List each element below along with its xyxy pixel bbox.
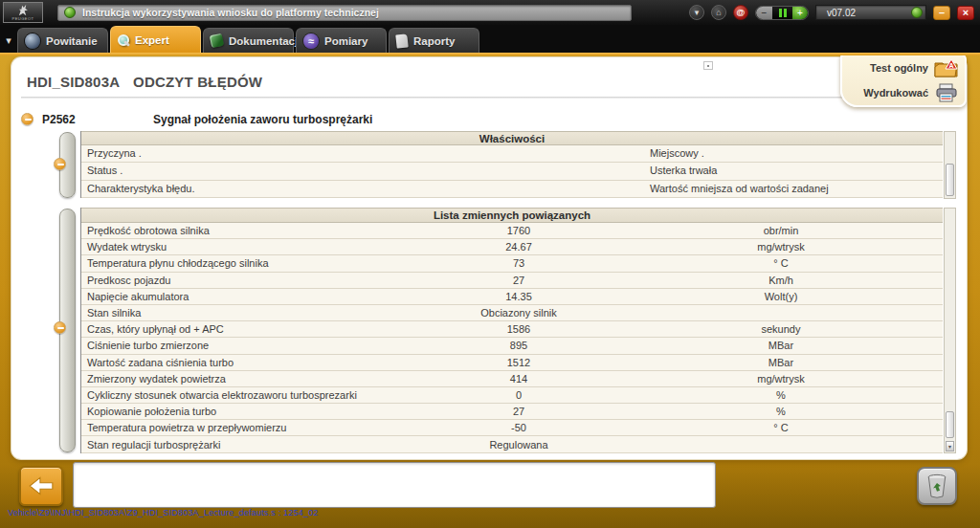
variable-label: Napięcie akumulatora bbox=[81, 291, 418, 302]
trash-button[interactable] bbox=[917, 467, 957, 505]
svg-text:A: A bbox=[948, 62, 953, 69]
tab-label: Dokumentacja bbox=[229, 35, 304, 47]
variable-row[interactable]: Kopiowanie położenia turbo 27 % bbox=[81, 404, 943, 420]
scroll-down-icon[interactable]: ▾ bbox=[946, 441, 954, 451]
property-row: Status . Usterka trwała bbox=[81, 163, 943, 180]
variable-row[interactable]: Wydatek wtrysku 24.67 mg/wtrysk bbox=[81, 239, 943, 255]
variable-label: Wydatek wtrysku bbox=[81, 241, 418, 253]
variable-row[interactable]: Wartość zadana ciśnienia turbo 1512 MBar bbox=[81, 355, 943, 371]
print-label: Wydrukować bbox=[863, 87, 928, 99]
tab-raporty[interactable]: Raporty bbox=[389, 28, 479, 53]
property-value: Wartość mniejsza od wartości zadanej bbox=[650, 181, 829, 197]
property-value: Miejscowy . bbox=[650, 145, 704, 162]
collapse-minus-icon[interactable] bbox=[21, 113, 33, 125]
tab-label: Powitanie bbox=[46, 35, 98, 47]
property-row: Przyczyna . Miejscowy . bbox=[81, 145, 943, 163]
variable-label: Ciśnienie turbo zmierzone bbox=[81, 340, 418, 351]
tab-pomiary[interactable]: ≈ Pomiary bbox=[296, 28, 387, 53]
variable-row[interactable]: Temperatura płynu chłodzącego silnika 73… bbox=[81, 255, 943, 272]
variables-scrollbar-thumb[interactable] bbox=[946, 411, 954, 438]
home-icon[interactable]: ⌂ bbox=[711, 5, 726, 20]
print-button[interactable]: Wydrukować bbox=[842, 80, 965, 105]
variable-value: 24.67 bbox=[418, 241, 619, 253]
fault-description: Sygnał położenia zaworu turbosprężarki bbox=[153, 113, 372, 126]
waveform-icon: ≈ bbox=[303, 33, 319, 49]
variable-row[interactable]: Stan regulacji turbosprężarki Regulowana bbox=[81, 436, 943, 452]
general-test-button[interactable]: Test ogólny A bbox=[842, 55, 965, 80]
general-test-label: Test ogólny bbox=[870, 62, 928, 74]
variable-unit: ° C bbox=[619, 257, 943, 269]
download-icon[interactable]: ▾ bbox=[689, 5, 704, 20]
page-title-text: ODCZYT BŁĘDÓW bbox=[133, 74, 262, 90]
minimize-button[interactable]: – bbox=[933, 6, 950, 20]
variable-row[interactable]: Napięcie akumulatora 14.35 Wolt(y) bbox=[81, 289, 943, 305]
properties-minus-icon[interactable] bbox=[54, 158, 66, 170]
variable-row[interactable]: Predkosc pojazdu 27 Km/h bbox=[81, 273, 943, 289]
variable-unit: mg/wtrysk bbox=[619, 373, 943, 385]
status-path: Vehicle\Z9\INJ\HDI_SID803A\Z9_HDI_SID803… bbox=[8, 508, 318, 517]
tab-expert[interactable]: Expert bbox=[110, 26, 201, 53]
variable-row[interactable]: Temperatura powietrza w przepływomierzu … bbox=[81, 420, 943, 436]
lion-icon bbox=[15, 4, 31, 16]
update-icon[interactable] bbox=[911, 7, 923, 18]
property-label: Przyczyna . bbox=[87, 145, 142, 162]
action-panel: Test ogólny A Wydrukować bbox=[840, 54, 967, 107]
volume-plus-icon[interactable]: + bbox=[792, 6, 808, 20]
tab-label: Expert bbox=[135, 34, 169, 46]
variable-value: 1512 bbox=[418, 357, 619, 368]
variable-label: Stan silnika bbox=[81, 307, 418, 319]
variable-row[interactable]: Prędkość obrotowa silnika 1760 obr/min bbox=[81, 223, 943, 239]
variables-scrollbar[interactable]: ▾ bbox=[944, 208, 956, 453]
marker-box bbox=[703, 61, 713, 70]
info-icon bbox=[64, 7, 76, 18]
instruction-bar[interactable]: Instrukcja wykorzystywania wniosku do pl… bbox=[57, 5, 632, 21]
properties-scrollbar[interactable] bbox=[944, 131, 956, 199]
variable-unit: MBar bbox=[619, 340, 943, 351]
tabs: Powitanie Expert Dokumentacja ≈ Pomiary … bbox=[17, 26, 481, 53]
property-label: Status . bbox=[87, 163, 122, 179]
volume-minus-icon[interactable]: − bbox=[756, 6, 772, 20]
at-icon[interactable]: @ bbox=[733, 5, 748, 20]
variable-value: 414 bbox=[418, 373, 619, 385]
top-bar-icons: ▾ ⌂ @ − + v07.02 – × bbox=[689, 0, 974, 25]
variable-unit: mg/wtrysk bbox=[619, 241, 943, 253]
variable-unit: % bbox=[619, 389, 943, 401]
tab-powitanie[interactable]: Powitanie bbox=[17, 28, 108, 53]
volume-control[interactable]: − + bbox=[755, 6, 809, 20]
trash-icon bbox=[925, 473, 948, 499]
variable-row[interactable]: Czas, który upłynął od + APC 1586 sekund… bbox=[81, 321, 943, 338]
ecu-name: HDI_SID803A bbox=[27, 74, 120, 90]
properties-scrollbar-thumb[interactable] bbox=[946, 164, 954, 196]
variable-label: Cykliczny stosunek otwarcia elektrozawor… bbox=[81, 389, 418, 401]
property-label: Charakterystyka błędu. bbox=[87, 181, 195, 197]
tab-dokumentacja[interactable]: Dokumentacja bbox=[203, 28, 294, 53]
chevron-down-icon[interactable]: ▾ bbox=[0, 28, 17, 53]
variable-value: 0 bbox=[418, 389, 619, 401]
variable-value: 27 bbox=[418, 275, 619, 286]
peugeot-logo-text: PEUGEOT bbox=[11, 16, 33, 21]
variable-value: 895 bbox=[418, 340, 619, 351]
message-area[interactable] bbox=[73, 462, 716, 508]
top-bar: PEUGEOT Instrukcja wykorzystywania wnios… bbox=[0, 0, 980, 25]
close-button[interactable]: × bbox=[957, 6, 974, 20]
report-icon bbox=[395, 33, 408, 48]
variable-value: 27 bbox=[418, 406, 619, 417]
tab-bar: ▾ Powitanie Expert Dokumentacja ≈ Pomiar… bbox=[0, 25, 980, 53]
variable-label: Temperatura powietrza w przepływomierzu bbox=[81, 422, 418, 433]
variable-row[interactable]: Stan silnika Obciazony silnik bbox=[81, 305, 943, 321]
back-button[interactable] bbox=[19, 466, 63, 506]
variable-unit: Wolt(y) bbox=[619, 291, 943, 302]
tab-label: Raporty bbox=[413, 35, 455, 47]
variable-label: Kopiowanie położenia turbo bbox=[81, 406, 418, 417]
variable-row[interactable]: Zmierzony wydatek powietrza 414 mg/wtrys… bbox=[81, 371, 943, 387]
variables-table-header: Lista zmiennych powiązanych bbox=[81, 208, 943, 223]
variable-row[interactable]: Ciśnienie turbo zmierzone 895 MBar bbox=[81, 338, 943, 354]
variable-unit: % bbox=[619, 406, 943, 417]
frame-accent-strip bbox=[0, 53, 980, 55]
variable-row[interactable]: Cykliczny stosunek otwarcia elektrozawor… bbox=[81, 387, 943, 404]
variables-minus-icon[interactable] bbox=[54, 321, 66, 334]
printer-icon bbox=[934, 83, 959, 102]
warning-folder-icon: A bbox=[934, 58, 959, 77]
variable-value: 1760 bbox=[418, 225, 619, 236]
properties-rows: Przyczyna . Miejscowy . Status . Usterka… bbox=[81, 145, 943, 198]
